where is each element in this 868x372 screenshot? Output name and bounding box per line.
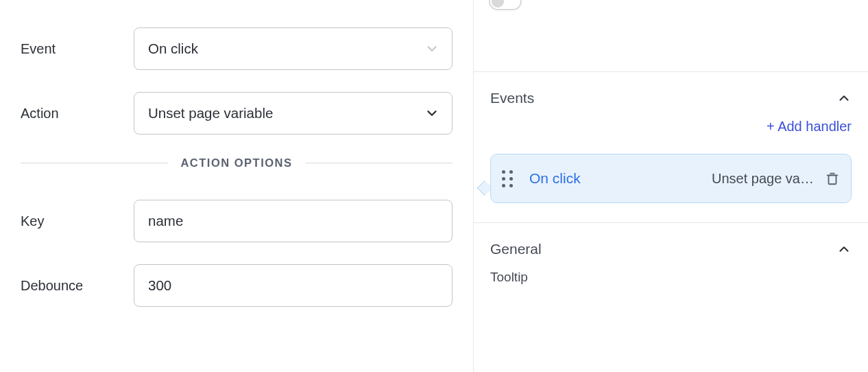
tooltip-label: Tooltip: [490, 270, 852, 285]
add-handler-link[interactable]: + Add handler: [767, 119, 852, 135]
handler-card[interactable]: On click Unset page va…: [490, 154, 852, 203]
action-label: Action: [21, 106, 134, 121]
drag-handle-icon[interactable]: [502, 170, 516, 187]
event-row: Event On click: [21, 27, 453, 70]
key-label: Key: [21, 213, 134, 229]
event-select-value: On click: [148, 40, 198, 57]
general-section: General Tooltip: [474, 222, 868, 297]
action-row: Action Unset page variable: [21, 92, 453, 135]
toggle-area: [474, 0, 868, 18]
handler-action-label: Unset page va…: [712, 171, 814, 187]
events-section-title: Events: [490, 90, 534, 106]
toggle-knob: [492, 0, 504, 8]
chevron-down-icon: [424, 41, 439, 56]
handler-config-panel: Event On click Action Unset page variabl…: [0, 0, 473, 372]
action-options-divider: ACTION OPTIONS: [21, 156, 453, 170]
divider-label: ACTION OPTIONS: [168, 156, 304, 170]
chevron-up-icon: [836, 242, 852, 257]
debounce-row: Debounce: [21, 264, 453, 307]
chevron-down-icon: [424, 106, 439, 121]
chevron-up-icon: [836, 91, 852, 106]
event-label: Event: [21, 41, 134, 57]
debounce-label: Debounce: [21, 278, 134, 294]
inspector-panel: Events + Add handler On click Unset page…: [473, 0, 868, 372]
handler-event-label: On click: [529, 170, 581, 187]
events-section: Events + Add handler On click Unset page…: [474, 71, 868, 222]
action-select[interactable]: Unset page variable: [134, 92, 453, 135]
action-select-value: Unset page variable: [148, 105, 273, 121]
key-input[interactable]: [134, 200, 453, 242]
trash-icon[interactable]: [825, 170, 840, 187]
divider-line: [305, 163, 453, 163]
general-section-title: General: [490, 241, 542, 257]
svg-rect-1: [829, 175, 836, 184]
key-row: Key: [21, 200, 453, 242]
event-select[interactable]: On click: [134, 27, 453, 70]
handler-list: On click Unset page va…: [474, 154, 868, 222]
divider-line: [21, 163, 168, 163]
events-section-header[interactable]: Events: [474, 72, 868, 119]
general-section-header[interactable]: General: [474, 223, 868, 270]
debounce-input[interactable]: [134, 264, 453, 307]
toggle-switch[interactable]: [489, 0, 522, 10]
